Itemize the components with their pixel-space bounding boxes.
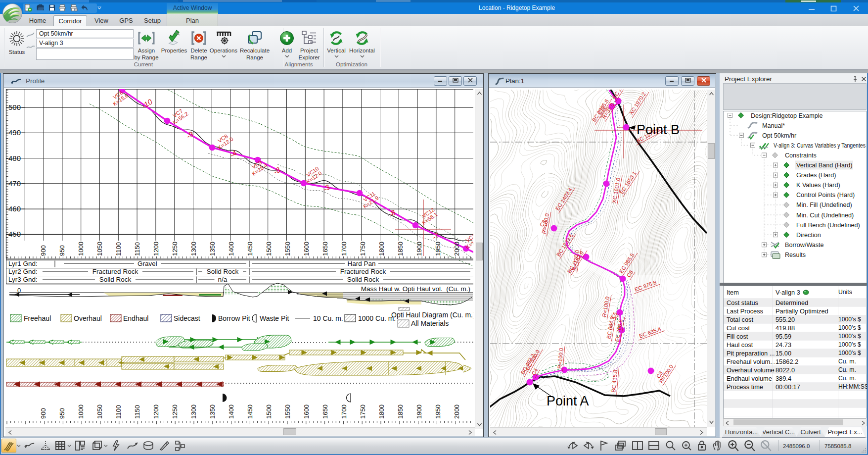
svg-text:1150: 1150	[134, 242, 141, 256]
svg-text:900: 900	[40, 408, 47, 419]
svg-text:Freehaul: Freehaul	[24, 314, 51, 322]
svg-text:Borrow Pit: Borrow Pit	[218, 314, 250, 322]
svg-text:500: 500	[8, 103, 21, 111]
svg-text:Lyr3 Gnd:: Lyr3 Gnd:	[8, 276, 38, 283]
svg-text:1700: 1700	[340, 242, 348, 256]
svg-text:Manual*: Manual*	[762, 122, 785, 129]
svg-text:1800: 1800	[378, 242, 385, 256]
svg-text:Direction: Direction	[796, 232, 821, 239]
svg-text:10 Cu. m.: 10 Cu. m.	[313, 314, 343, 322]
svg-text:950: 950	[58, 245, 66, 256]
svg-text:Opt 50km/hr: Opt 50km/hr	[762, 132, 796, 139]
svg-text:Vertical Band (Hard): Vertical Band (Hard)	[796, 162, 852, 169]
svg-text:1100: 1100	[115, 242, 122, 256]
svg-text:2000: 2000	[453, 242, 460, 256]
svg-text:Hard Pan: Hard Pan	[347, 260, 375, 267]
svg-text:Min. Cut (Undefined): Min. Cut (Undefined)	[796, 212, 854, 219]
svg-text:1400: 1400	[228, 242, 235, 256]
svg-text:K Values (Hard): K Values (Hard)	[796, 182, 840, 189]
svg-text:460: 460	[8, 204, 21, 213]
svg-text:1550: 1550	[284, 404, 291, 419]
svg-text:1700: 1700	[340, 404, 348, 419]
svg-text:Constraints: Constraints	[785, 152, 817, 159]
svg-text:1100: 1100	[115, 405, 122, 419]
svg-text:Point A: Point A	[547, 394, 589, 408]
svg-text:-3: -3	[321, 183, 331, 194]
svg-text:Grades (Hard): Grades (Hard)	[796, 172, 836, 179]
svg-text:1800: 1800	[378, 404, 385, 419]
svg-text:Fractured Rock: Fractured Rock	[92, 268, 138, 275]
svg-text:950: 950	[58, 408, 66, 419]
svg-text:2000: 2000	[453, 404, 460, 419]
svg-text:1450: 1450	[246, 404, 254, 419]
svg-text:Fractured Rock: Fractured Rock	[340, 268, 386, 275]
svg-text:Endhaul: Endhaul	[123, 314, 148, 322]
svg-text:All Materials: All Materials	[411, 319, 449, 327]
svg-text:1200: 1200	[152, 242, 160, 256]
svg-text:Mass Haul w. Opti Haul vol. (: Mass Haul w. Opti Haul vol. (Cu. m.)	[361, 285, 470, 293]
svg-text:1350: 1350	[209, 242, 216, 256]
svg-text:1650: 1650	[321, 242, 329, 256]
svg-text:1050: 1050	[96, 242, 103, 256]
svg-text:Min. Fill (Undefined): Min. Fill (Undefined)	[796, 202, 852, 208]
svg-text:1950: 1950	[434, 242, 442, 256]
svg-text:1600: 1600	[303, 242, 310, 256]
svg-text:1050: 1050	[96, 404, 103, 419]
svg-text:Opti Haul Diagram (Cu. m.): Opti Haul Diagram (Cu. m.)	[391, 311, 473, 319]
svg-text:Solid Rock: Solid Rock	[347, 276, 379, 283]
svg-text:Design:Ridgetop Example: Design:Ridgetop Example	[751, 112, 823, 119]
svg-text:1400: 1400	[228, 404, 235, 419]
svg-text:1000: 1000	[77, 242, 85, 256]
svg-text:1300: 1300	[190, 242, 197, 256]
svg-text:-8: -8	[272, 165, 282, 176]
svg-text:Sidecast: Sidecast	[174, 314, 200, 322]
svg-text:R=100.0: R=100.0	[601, 296, 610, 317]
svg-text:1000 Cu. m.: 1000 Cu. m.	[358, 314, 396, 322]
svg-text:1500: 1500	[265, 242, 273, 256]
svg-text:1750: 1750	[359, 242, 366, 256]
svg-text:Lyr2 Gnd:: Lyr2 Gnd:	[8, 268, 38, 275]
svg-text:Waste Pit: Waste Pit	[260, 314, 289, 322]
svg-text:1750: 1750	[359, 404, 366, 419]
svg-text:1250: 1250	[171, 242, 179, 256]
svg-text:1900: 1900	[415, 404, 423, 419]
svg-text:Solid Rock: Solid Rock	[99, 276, 132, 283]
svg-text:470: 470	[8, 179, 21, 188]
svg-text:1000: 1000	[77, 404, 85, 419]
svg-text:Control Points (Hard): Control Points (Hard)	[796, 192, 855, 199]
svg-text:1650: 1650	[321, 404, 329, 419]
svg-text:Lyr1 Gnd:: Lyr1 Gnd:	[8, 260, 38, 267]
svg-text:Gravel: Gravel	[137, 260, 157, 267]
svg-text:Point B: Point B	[637, 122, 680, 137]
svg-text:450: 450	[8, 230, 21, 238]
svg-text:480: 480	[8, 154, 21, 162]
svg-text:-10: -10	[140, 97, 154, 110]
svg-text:900: 900	[40, 245, 47, 256]
svg-text:490: 490	[8, 128, 21, 137]
svg-text:1200: 1200	[152, 404, 160, 419]
svg-text:1600: 1600	[303, 404, 310, 419]
svg-text:1300: 1300	[190, 404, 197, 419]
svg-text:Borrow/Waste: Borrow/Waste	[785, 242, 824, 249]
svg-text:1250: 1250	[171, 404, 179, 419]
svg-text:Overhaul: Overhaul	[74, 314, 102, 322]
svg-text:Results: Results	[785, 252, 806, 258]
svg-text:1150: 1150	[134, 405, 141, 419]
svg-text:1850: 1850	[397, 242, 404, 256]
svg-text:1850: 1850	[397, 404, 404, 419]
svg-text:Solid Rock: Solid Rock	[207, 268, 239, 275]
svg-text:Full Bench (Undefined): Full Bench (Undefined)	[796, 222, 860, 229]
svg-text:1350: 1350	[209, 404, 216, 419]
svg-text:1500: 1500	[265, 404, 273, 419]
svg-text:V-align 3: Curvas Variables y: V-align 3: Curvas Variables y Tangentes	[774, 142, 866, 149]
svg-text:1950: 1950	[434, 404, 442, 419]
svg-text:1550: 1550	[284, 242, 291, 256]
svg-text:1450: 1450	[246, 242, 254, 256]
svg-text:1900: 1900	[415, 242, 423, 256]
svg-text:n/a: n/a	[218, 276, 228, 283]
